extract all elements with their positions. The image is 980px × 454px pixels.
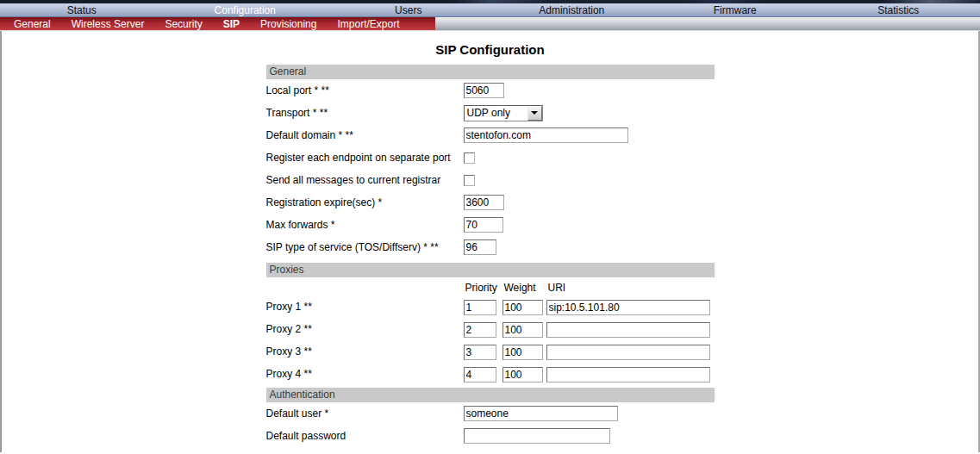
section-header-authentication: Authentication xyxy=(266,388,715,402)
proxy-2-weight-input[interactable] xyxy=(502,322,543,338)
form-row-register-separate-port: Register each endpoint on separate port xyxy=(266,146,715,169)
content-area: SIP Configuration General Local port * *… xyxy=(0,31,980,452)
subnav-item-wireless-server[interactable]: Wireless Server xyxy=(61,17,155,31)
send-current-registrar-label: Send all messages to current registrar xyxy=(266,174,464,186)
nav-item-administration[interactable]: Administration xyxy=(490,3,654,17)
proxy-3-label: Proxy 3 ** xyxy=(266,345,464,358)
transport-select[interactable]: UDP only xyxy=(464,105,543,121)
main-nav: Status Configuration Users Administratio… xyxy=(0,3,980,17)
default-domain-label: Default domain * ** xyxy=(266,129,464,141)
registration-expire-label: Registration expire(sec) * xyxy=(266,196,464,208)
weight-column-header: Weight xyxy=(502,282,546,294)
form-row-proxy-2: Proxy 2 ** xyxy=(266,318,715,340)
default-password-input[interactable] xyxy=(464,428,610,444)
proxy-4-weight-input[interactable] xyxy=(502,367,543,382)
register-separate-port-label: Register each endpoint on separate port xyxy=(266,152,464,164)
subnav-item-provisioning[interactable]: Provisioning xyxy=(250,17,327,31)
default-user-label: Default user * xyxy=(266,407,464,420)
section-header-general: General xyxy=(266,65,715,79)
proxy-3-uri-input[interactable] xyxy=(546,345,710,360)
form-row-registration-expire: Registration expire(sec) * xyxy=(266,191,715,214)
nav-item-users[interactable]: Users xyxy=(327,3,490,17)
transport-label: Transport * ** xyxy=(266,107,464,119)
subnav-item-security[interactable]: Security xyxy=(154,17,212,31)
form-row-sip-tos: SIP type of service (TOS/Diffserv) * ** xyxy=(266,236,715,258)
chevron-down-icon xyxy=(531,111,538,115)
form-row-default-domain: Default domain * ** xyxy=(266,124,715,146)
form-row-max-forwards: Max forwards * xyxy=(266,214,715,236)
subnav-item-sip[interactable]: SIP xyxy=(213,17,250,31)
proxy-3-priority-input[interactable] xyxy=(464,345,496,360)
proxy-3-weight-input[interactable] xyxy=(502,345,543,360)
proxy-4-label: Proxy 4 ** xyxy=(266,368,464,380)
registration-expire-input[interactable] xyxy=(464,195,504,210)
subnav-item-general[interactable]: General xyxy=(3,17,61,31)
configuration-sub-nav: General Wireless Server Security SIP Pro… xyxy=(0,17,980,31)
default-domain-input[interactable] xyxy=(464,127,628,143)
subnav-item-import-export[interactable]: Import/Export xyxy=(327,17,409,31)
proxy-1-weight-input[interactable] xyxy=(502,300,543,315)
max-forwards-label: Max forwards * xyxy=(266,219,464,231)
proxy-2-priority-input[interactable] xyxy=(464,322,496,338)
form-row-local-port: Local port * ** xyxy=(266,79,715,102)
sip-configuration-form: General Local port * ** Transport * ** U… xyxy=(266,65,715,447)
sub-nav-filler xyxy=(435,17,980,30)
max-forwards-input[interactable] xyxy=(464,217,503,233)
proxy-1-label: Proxy 1 ** xyxy=(266,301,464,313)
form-row-transport: Transport * ** UDP only xyxy=(266,102,715,124)
nav-item-firmware[interactable]: Firmware xyxy=(653,3,817,17)
sip-configuration-page: Status Configuration Users Administratio… xyxy=(0,0,980,454)
send-current-registrar-checkbox[interactable] xyxy=(464,175,475,186)
proxy-2-label: Proxy 2 ** xyxy=(266,323,464,335)
nav-item-configuration[interactable]: Configuration xyxy=(164,3,328,17)
local-port-label: Local port * ** xyxy=(266,84,464,96)
dropdown-button[interactable] xyxy=(527,106,542,121)
default-user-input[interactable] xyxy=(464,406,618,421)
form-row-default-password: Default password xyxy=(266,425,715,447)
form-row-default-user: Default user * xyxy=(266,402,715,425)
sip-tos-input[interactable] xyxy=(464,239,496,255)
proxy-1-priority-input[interactable] xyxy=(464,300,496,315)
nav-item-statistics[interactable]: Statistics xyxy=(817,3,980,17)
proxy-4-uri-input[interactable] xyxy=(546,367,710,382)
form-row-proxy-1: Proxy 1 ** xyxy=(266,295,715,318)
proxies-column-header-row: Priority Weight URI xyxy=(266,277,715,295)
local-port-input[interactable] xyxy=(464,83,504,98)
sub-nav-tabs: General Wireless Server Security SIP Pro… xyxy=(0,17,435,30)
form-row-proxy-4: Proxy 4 ** xyxy=(266,363,715,385)
form-row-send-current-registrar: Send all messages to current registrar xyxy=(266,169,715,191)
proxy-1-uri-input[interactable] xyxy=(546,300,710,315)
proxy-2-uri-input[interactable] xyxy=(546,322,710,338)
transport-selected-value: UDP only xyxy=(465,107,527,119)
default-password-label: Default password xyxy=(266,430,464,442)
register-separate-port-checkbox[interactable] xyxy=(464,152,475,164)
nav-item-status[interactable]: Status xyxy=(0,3,164,17)
proxy-4-priority-input[interactable] xyxy=(464,367,496,382)
uri-column-header: URI xyxy=(546,282,710,294)
form-row-proxy-3: Proxy 3 ** xyxy=(266,340,715,363)
priority-column-header: Priority xyxy=(464,282,502,294)
section-header-proxies: Proxies xyxy=(266,263,715,277)
page-title: SIP Configuration xyxy=(2,31,978,57)
sip-tos-label: SIP type of service (TOS/Diffserv) * ** xyxy=(266,241,464,253)
